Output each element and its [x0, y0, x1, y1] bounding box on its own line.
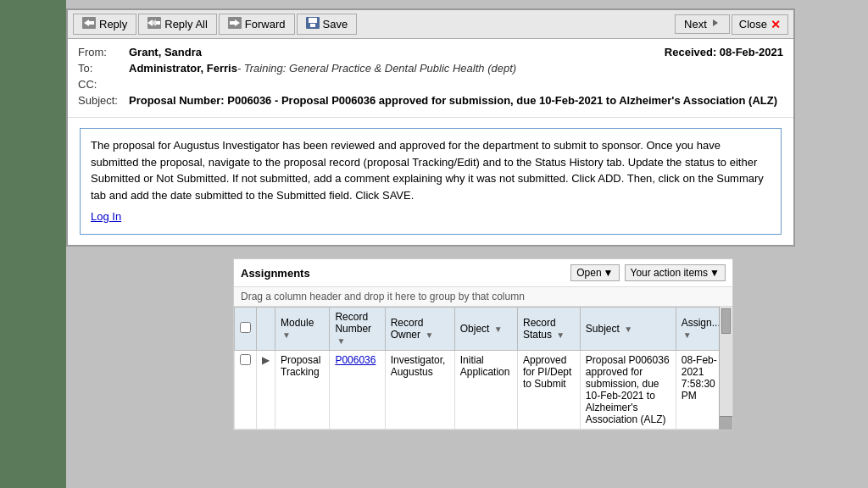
table-wrapper: Module ▼ Record Number ▼ Record Owner ▼ …: [234, 307, 732, 430]
to-label: To:: [78, 62, 129, 75]
reply-all-button[interactable]: Reply All: [138, 14, 217, 35]
save-icon: [306, 17, 320, 31]
action-items-chevron-icon: ▼: [709, 267, 720, 279]
row-record-number: P006036: [330, 351, 385, 430]
next-arrow-icon: [710, 18, 721, 30]
to-value: Administrator, Ferris: [129, 62, 237, 75]
close-button[interactable]: Close ✕: [732, 14, 788, 35]
object-filter-icon[interactable]: ▼: [494, 324, 503, 334]
action-items-dropdown[interactable]: Your action items ▼: [625, 264, 726, 281]
to-dept: - Training: General Practice & Dental Pu…: [237, 62, 516, 75]
reply-all-label: Reply All: [164, 18, 208, 30]
cc-row: CC:: [78, 78, 783, 91]
forward-label: Forward: [245, 18, 286, 30]
assignments-panel: Assignments Open ▼ Your action items ▼ D…: [233, 258, 733, 430]
assignments-title: Assignments: [241, 267, 310, 280]
subject-value: Proposal Number: P006036 - Proposal P006…: [129, 94, 777, 107]
table-scrollbar-bottom[interactable]: [720, 416, 732, 430]
close-label: Close: [739, 18, 767, 30]
table-body: ▶ Proposal Tracking P006036 Investigator…: [235, 351, 732, 430]
reply-icon: [82, 17, 96, 31]
svg-marker-13: [713, 19, 718, 26]
next-label: Next: [684, 18, 707, 30]
row-checkbox[interactable]: [240, 354, 251, 365]
table-scrollbar[interactable]: [719, 307, 732, 430]
action-items-label: Your action items: [631, 267, 709, 279]
received-date: Received: 08-Feb-2021: [665, 46, 783, 58]
th-record-status: Record Status ▼: [517, 308, 580, 351]
from-label: From:: [78, 46, 129, 58]
save-label: Save: [323, 18, 348, 30]
svg-rect-9: [230, 21, 236, 25]
email-body-area: The proposal for Augustus Investigator h…: [68, 118, 793, 245]
record-status-filter-icon[interactable]: ▼: [556, 330, 565, 340]
body-text: The proposal for Augustus Investigator h…: [91, 137, 771, 203]
subject-filter-icon[interactable]: ▼: [624, 324, 632, 334]
right-panel: [843, 0, 868, 488]
received-date-value: 08-Feb-2021: [720, 46, 783, 58]
header-row: Module ▼ Record Number ▼ Record Owner ▼ …: [235, 308, 732, 351]
module-filter-icon[interactable]: ▼: [282, 330, 291, 340]
row-subject: Proposal P006036 approved for submission…: [580, 351, 676, 430]
reply-label: Reply: [99, 18, 127, 30]
svg-rect-12: [310, 24, 315, 27]
save-button[interactable]: Save: [297, 14, 358, 35]
close-x-icon: ✕: [771, 18, 781, 31]
row-record-owner: Investigator, Augustus: [385, 351, 454, 430]
row-record-status: Approved for PI/Dept to Submit: [517, 351, 580, 430]
to-row: To: Administrator, Ferris - Training: Ge…: [78, 62, 783, 75]
from-row: From: Grant, Sandra Received: 08-Feb-202…: [78, 46, 783, 58]
row-expand-cell[interactable]: ▶: [257, 351, 275, 430]
open-label: Open: [576, 267, 601, 279]
select-all-checkbox[interactable]: [240, 322, 251, 333]
open-chevron-icon: ▼: [604, 267, 614, 279]
open-dropdown[interactable]: Open ▼: [570, 264, 619, 281]
svg-rect-11: [309, 18, 317, 23]
reply-button[interactable]: Reply: [73, 14, 136, 35]
email-body-box: The proposal for Augustus Investigator h…: [80, 128, 782, 235]
cc-label: CC:: [78, 78, 129, 91]
row-checkbox-cell: [235, 351, 257, 430]
th-checkbox: [235, 308, 257, 351]
record-owner-filter-icon[interactable]: ▼: [425, 330, 433, 340]
th-record-number: Record Number ▼: [330, 308, 385, 351]
table-header: Module ▼ Record Number ▼ Record Owner ▼ …: [235, 308, 732, 351]
next-button[interactable]: Next: [675, 14, 730, 34]
row-module: Proposal Tracking: [275, 351, 330, 430]
toolbar-right: Next Close ✕: [675, 14, 788, 35]
svg-rect-2: [89, 21, 94, 25]
th-record-owner: Record Owner ▼: [385, 308, 454, 351]
drag-hint: Drag a column header and drop it here to…: [234, 287, 732, 307]
email-header: From: Grant, Sandra Received: 08-Feb-202…: [68, 39, 793, 118]
svg-rect-6: [156, 21, 160, 25]
forward-icon: [228, 17, 242, 31]
th-subject: Subject ▼: [580, 308, 676, 351]
reply-all-icon: [147, 17, 161, 31]
login-link[interactable]: Log In: [91, 210, 121, 223]
row-object: Initial Application: [454, 351, 517, 430]
table-scrollbar-thumb[interactable]: [721, 308, 731, 334]
th-module: Module ▼: [275, 308, 330, 351]
email-toolbar: Reply Reply All Forward Save Next: [68, 10, 793, 39]
email-window: Reply Reply All Forward Save Next: [66, 8, 795, 247]
subject-row: Subject: Proposal Number: P006036 - Prop…: [78, 94, 783, 107]
th-expand: [257, 308, 275, 351]
left-panel: [0, 0, 66, 488]
assignments-controls: Open ▼ Your action items ▼: [570, 264, 726, 281]
assignments-table: Module ▼ Record Number ▼ Record Owner ▼ …: [234, 307, 732, 430]
forward-button[interactable]: Forward: [219, 14, 295, 35]
record-number-filter-icon[interactable]: ▼: [337, 336, 345, 346]
assign-filter-icon[interactable]: ▼: [683, 330, 692, 340]
subject-label: Subject:: [78, 94, 129, 107]
assignments-header: Assignments Open ▼ Your action items ▼: [234, 259, 732, 287]
table-row: ▶ Proposal Tracking P006036 Investigator…: [235, 351, 732, 430]
from-value: Grant, Sandra: [129, 46, 202, 58]
th-object: Object ▼: [454, 308, 517, 351]
record-number-link[interactable]: P006036: [335, 354, 376, 366]
received-label: Received:: [665, 46, 716, 58]
